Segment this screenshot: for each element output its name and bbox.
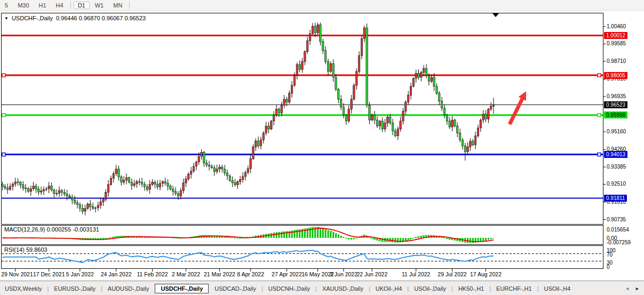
price-badge-0.98005: 0.98005 — [604, 72, 627, 79]
price-badge-0.91811: 0.91811 — [604, 195, 627, 202]
timeframe-button-m30[interactable]: M30 — [13, 2, 33, 9]
price-axis-tick: 0.99585 — [607, 41, 626, 46]
tab-usdcnh-daily[interactable]: USDCNH-,Daily — [264, 284, 315, 293]
tab-scroll-buttons: ◄ ► — [621, 286, 644, 291]
rsi-indicator-pane[interactable] — [1, 245, 603, 269]
macd-axis-tick: 0.015654 — [607, 227, 629, 233]
rsi-axis-tick: 70 — [607, 252, 613, 258]
price-badge-0.95998: 0.95998 — [604, 111, 627, 118]
chart-ohlc-values: 0.96446 0.96870 0.96067 0.96523 — [56, 15, 146, 21]
macd-axis-tick: -0.007259 — [607, 240, 631, 245]
timeframe-button-h4[interactable]: H4 — [52, 2, 68, 9]
tab-usdcad-daily[interactable]: USDCAD-,Daily — [210, 284, 261, 293]
tab-audusd-daily[interactable]: AUDUSD-,Daily — [103, 284, 154, 293]
price-axis-tick: 0.96935 — [607, 93, 626, 99]
chart-shift-marker-icon[interactable] — [492, 13, 499, 17]
price-axis-tick: 0.92510 — [607, 181, 626, 187]
tab-eurchf-h1[interactable]: EURCHF-,H1 — [491, 284, 537, 293]
chart-symbol-period: USDCHF-,Daily — [12, 15, 53, 21]
tab-usoil-daily[interactable]: USOil-,Daily — [409, 284, 451, 293]
price-badge-0.94013: 0.94013 — [604, 151, 627, 158]
timeframe-button-w1[interactable]: W1 — [91, 2, 108, 9]
timeframe-button-h1[interactable]: H1 — [35, 2, 51, 9]
rsi-label: RSI(14) 59.8603 — [4, 246, 47, 253]
tab-xauusd-daily[interactable]: XAUUSD-,Daily — [317, 284, 368, 293]
tab-scroll-left-icon[interactable]: ◄ — [625, 286, 630, 291]
tab-eurusd-daily[interactable]: EURUSD-,Daily — [49, 284, 100, 293]
date-axis-label: 22 Jun 2022 — [348, 271, 396, 277]
price-axis-tick: 0.98710 — [607, 58, 626, 64]
tab-usoil-h4[interactable]: USOil-,H4 — [539, 284, 576, 293]
tab-hk50-h1[interactable]: HK50-,H1 — [454, 284, 489, 293]
price-badge-1.00012: 1.00012 — [604, 32, 627, 39]
timeframe-button-5[interactable]: 5 — [1, 2, 12, 9]
toolbar-separator — [129, 2, 130, 9]
price-axis-tick: 0.95160 — [607, 129, 626, 134]
price-badge-0.96523: 0.96523 — [604, 101, 627, 108]
tab-ukoil-h4[interactable]: UKOil-,H4 — [371, 284, 407, 293]
chart-tab-bar: USDX,Weekly|EURUSD-,Daily|AUDUSD-,DailyU… — [0, 281, 644, 295]
rsi-axis-tick: 0 — [607, 264, 610, 270]
tab-usdchf-daily[interactable]: USDCHF-,Daily — [155, 284, 209, 293]
chart-header[interactable]: ▼ USDCHF-,Daily 0.96446 0.96870 0.96067 … — [4, 15, 146, 21]
main-chart-pane[interactable] — [1, 13, 603, 225]
tab-scroll-right-icon[interactable]: ► — [635, 286, 640, 291]
price-axis-tick: 1.00460 — [607, 23, 626, 29]
date-axis-label: 17 Aug 2022 — [462, 271, 510, 277]
toolbar-separator — [70, 2, 71, 9]
timeframe-toolbar: 5M30H1H4D1W1MN — [0, 0, 644, 11]
price-axis-tick: 0.93385 — [607, 164, 626, 170]
symbol-dropdown-icon[interactable]: ▼ — [4, 16, 9, 21]
macd-label: MACD(12,26,9) 0.000255 -0.003131 — [4, 226, 99, 233]
tab-usdx-weekly[interactable]: USDX,Weekly — [0, 284, 46, 293]
price-axis-tick: 0.90735 — [607, 217, 626, 222]
timeframe-button-d1[interactable]: D1 — [74, 2, 90, 9]
timeframe-button-mn[interactable]: MN — [109, 2, 126, 9]
